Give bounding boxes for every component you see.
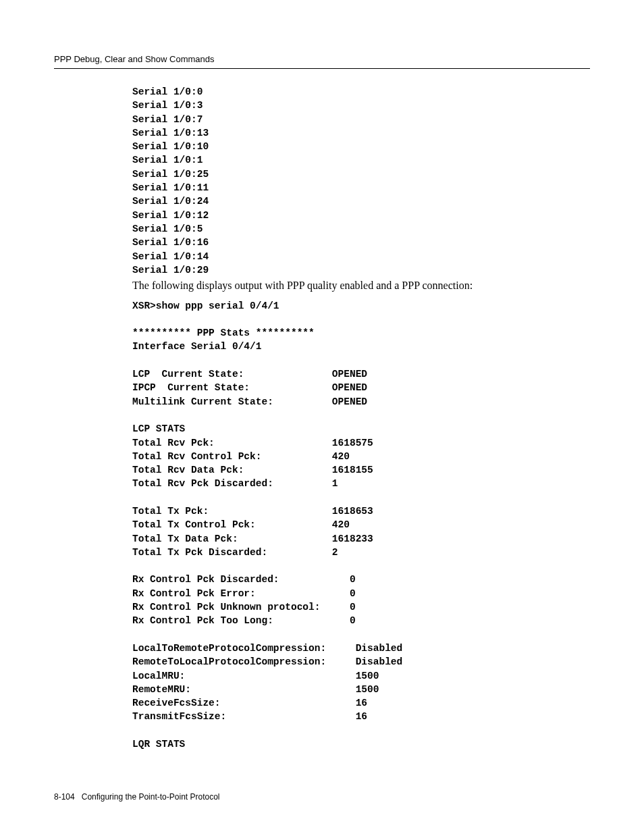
blank-line — [132, 628, 590, 642]
interface-line: Interface Serial 0/4/1 — [132, 340, 590, 353]
states-block: LCP Current State: OPENED IPCP Current S… — [132, 367, 590, 409]
page-header-title: PPP Debug, Clear and Show Commands — [54, 54, 590, 64]
content-block: Serial 1/0:0 Serial 1/0:3 Serial 1/0:7 S… — [132, 85, 590, 751]
blank-line — [132, 354, 590, 367]
lcp-rx-ctl-block: Rx Control Pck Discarded: 0 Rx Control P… — [132, 573, 590, 627]
lcp-stats-header: LCP STATS — [132, 422, 590, 436]
blank-line — [132, 724, 590, 737]
page: PPP Debug, Clear and Show Commands Seria… — [0, 0, 644, 834]
lqr-header: LQR STATS — [132, 737, 590, 751]
blank-line — [132, 409, 590, 422]
blank-line — [132, 491, 590, 504]
command-line: XSR>show ppp serial 0/4/1 — [132, 299, 590, 313]
lcp-tx-block: Total Tx Pck: 1618653 Total Tx Control P… — [132, 504, 590, 559]
page-footer: 8-104 Configuring the Point-to-Point Pro… — [54, 792, 220, 802]
intro-text: The following displays output with PPP q… — [132, 278, 590, 293]
page-number: 8-104 — [54, 792, 75, 802]
chapter-title: Configuring the Point-to-Point Protocol — [82, 792, 220, 802]
lcp-rx-block: Total Rcv Pck: 1618575 Total Rcv Control… — [132, 436, 590, 491]
stats-header: ********** PPP Stats ********** — [132, 326, 590, 340]
blank-line — [132, 313, 590, 326]
blank-line — [132, 559, 590, 573]
lcp-params-block: LocalToRemoteProtocolCompression: Disabl… — [132, 642, 590, 724]
serial-list: Serial 1/0:0 Serial 1/0:3 Serial 1/0:7 S… — [132, 85, 590, 277]
header-rule — [54, 68, 590, 69]
